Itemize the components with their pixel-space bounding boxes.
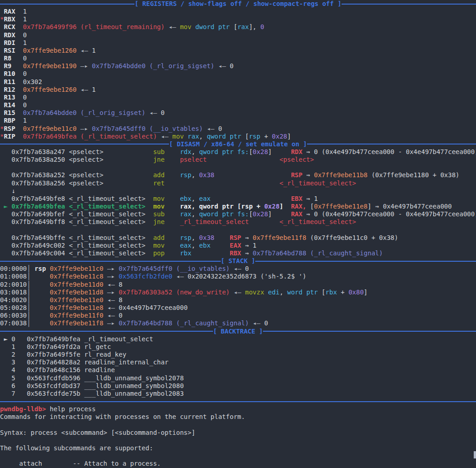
text-segment: 0x7fb7a649bffe <_rl_timeout_select>: [0, 234, 153, 241]
text-segment: 2 0x7fb7a649f5fe rl_read_key: [0, 351, 126, 358]
text-segment: 0x7fb7a64bdde0 (_rl_orig_sigset): [92, 62, 214, 70]
text-segment: mov: [153, 203, 164, 210]
terminal-line: *RBX 1: [0, 15, 476, 23]
text-segment: 03:0018: [0, 289, 27, 296]
section-title-stack: [ STACK ]: [221, 257, 255, 265]
text-segment: [30, 304, 50, 311]
terminal-line: *RSP 0x7ffe9ebe11c0 —▸ 0x7fb7a645dff0 (_…: [0, 125, 476, 133]
text-segment: 00:0000: [0, 265, 27, 272]
text-segment: 8: [119, 296, 122, 304]
text-segment: jne: [153, 218, 164, 225]
text-segment: —▸: [104, 265, 119, 272]
text-segment: ebx: [199, 242, 210, 249]
text-segment: +: [260, 133, 272, 140]
terminal-screen[interactable]: [ REGISTERS / show-flags off / show-comp…: [0, 0, 476, 468]
terminal-line: ↓: [0, 187, 476, 195]
text-segment: ,: [191, 234, 199, 241]
section-title-registers: [ REGISTERS / show-flags off / show-comp…: [134, 0, 341, 8]
terminal-line: 7 0x563fcdfde75b ___lldb_unnamed_symbol2…: [0, 390, 476, 398]
text-segment: RSI: [0, 47, 15, 54]
text-segment: 0x7ffe9ebe11c0: [23, 125, 77, 132]
text-segment: ◂—: [77, 47, 92, 54]
text-segment: 0x7ffe9ebe11b8: [314, 171, 367, 179]
text-segment: R15: [0, 109, 15, 116]
scrollbar-thumb[interactable]: [474, 451, 476, 458]
text-segment: [164, 242, 180, 249]
terminal-line: R13 0: [0, 94, 476, 101]
text-segment: 0x7fb7a649bff8 <_rl_timeout_select>: [0, 218, 153, 225]
terminal-line: [0, 452, 476, 460]
section-rule: [0, 4, 134, 5]
disasm-current-line: ► 0x7fb7a649bfea <_rl_timeout_select> mo…: [0, 203, 476, 210]
text-segment: ,: [191, 242, 199, 249]
text-segment: RDX: [291, 148, 302, 155]
text-segment: 0x7ffe9ebe11f8: [50, 319, 104, 327]
terminal-line: Syntax: process <subcommand> [<subcomman…: [0, 429, 476, 437]
text-segment: ⇒: [302, 171, 314, 179]
text-segment: ◂—: [230, 289, 245, 296]
terminal-line: 0x7fb7a638a247 <pselect> sub rdx, qword …: [0, 148, 476, 156]
text-segment: jne: [153, 156, 164, 163]
text-segment: 0x7fb7a638a252 <pselect>: [0, 171, 153, 179]
text-segment: ◂—: [172, 273, 188, 280]
text-segment: 1: [15, 8, 27, 15]
text-segment: <pselect>: [279, 156, 314, 163]
text-segment: 0: [15, 94, 27, 101]
text-segment: sub: [153, 210, 164, 218]
text-segment: ◂—: [104, 281, 119, 288]
terminal-line: 02:0010│ 0x7ffe9ebe11d0 ◂— 8: [0, 281, 476, 289]
text-segment: 0x7fb7a64bdde0 (_rl_orig_sigset): [23, 109, 146, 116]
text-segment: 0x38: [199, 171, 214, 179]
text-segment: 0: [218, 125, 222, 132]
terminal-line: R8 0: [0, 55, 476, 62]
text-segment: (0x7ffe9ebe1180 + 0x38): [367, 171, 459, 179]
text-segment: 0x28: [272, 133, 288, 140]
text-segment: 1: [15, 39, 27, 46]
terminal-line: R11 0x302: [0, 78, 476, 86]
section-rule: [0, 401, 476, 402]
text-segment: 0x28: [253, 148, 268, 155]
text-segment: 7 0x563fcdfde75b ___lldb_unnamed_symbol2…: [0, 390, 184, 397]
terminal-line: R12 0x7ffe9ebe1260 ◂— 1: [0, 86, 476, 94]
section-rule: [255, 261, 476, 262]
terminal-line: [0, 164, 476, 171]
text-segment: ⇒: [241, 249, 253, 257]
text-segment: [211, 195, 291, 202]
command-prompt-line[interactable]: pwndbg-lldb> help process: [0, 405, 476, 413]
text-segment: 0x7fb7a645dff0 (__io_vtables): [92, 125, 203, 132]
text-segment: [: [318, 289, 326, 296]
text-segment: 8: [119, 281, 122, 288]
terminal-line: 0x7fb7a638a256 <pselect> ret <_rl_timeou…: [0, 179, 476, 187]
text-segment: rdx: [180, 148, 191, 155]
text-segment: ebx: [180, 195, 191, 202]
text-segment: mov: [153, 195, 164, 202]
text-segment: [264, 289, 268, 296]
terminal-line: [0, 226, 476, 234]
separator-rule: [0, 398, 476, 405]
text-segment: 0x7ffe9ebe11e8: [314, 203, 367, 210]
terminal-line: 0x7fb7a649bfef <_rl_timeout_select> sub …: [0, 210, 476, 218]
text-segment: rsp: [180, 234, 191, 241]
terminal-line: 04:0020│ 0x7ffe9ebe11e0 ◂— 8: [0, 296, 476, 304]
text-segment: —▸: [104, 273, 119, 280]
section-rule: [0, 261, 221, 262]
text-segment: 0: [264, 319, 268, 327]
text-segment: ◂—: [214, 62, 230, 70]
terminal-line: 0x7fb7a649bff8 <_rl_timeout_select> jne …: [0, 218, 476, 226]
text-segment: ◂—: [164, 23, 180, 30]
text-segment: [207, 156, 279, 163]
text-segment: [164, 249, 180, 257]
text-segment: RAX: [291, 210, 302, 218]
text-segment: 0x7fb7a649bfea (_rl_timeout_select): [23, 133, 157, 140]
text-segment: add: [153, 234, 164, 241]
text-segment: [: [230, 23, 238, 30]
section-rule: [263, 331, 476, 332]
text-segment: ],: [249, 23, 260, 30]
text-segment: Commands for interacting with processes …: [0, 413, 245, 420]
text-segment: 0x28: [264, 203, 280, 210]
text-segment: rsp: [249, 133, 260, 140]
text-segment: 1: [92, 86, 95, 93]
text-segment: 0x7fb7a649c004 <_rl_timeout_select>: [0, 249, 153, 257]
text-segment: ◂—: [249, 319, 264, 327]
text-segment: 0x7ffe9ebe11c8: [50, 273, 104, 280]
